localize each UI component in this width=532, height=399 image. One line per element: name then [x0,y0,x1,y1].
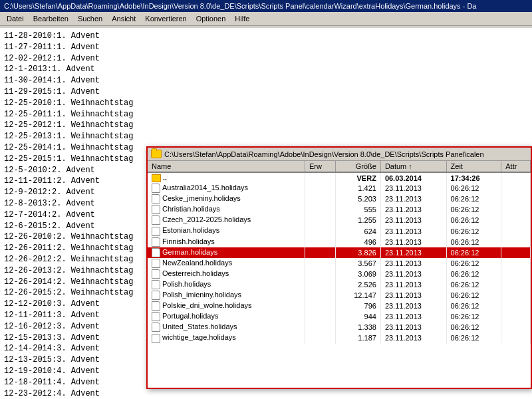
file-ext [305,247,335,258]
file-date: 23.11.2013 [380,215,446,225]
col-erw[interactable]: Erw [305,161,335,172]
file-date: 23.11.2013 [380,322,446,332]
col-datum[interactable]: Datum [380,161,446,172]
file-icon [152,259,160,268]
table-row[interactable]: Polish.holidays2.52623.11.201306:26:12 [148,279,531,290]
file-name-text: Polish_imieniny.holidays [162,291,241,299]
file-name-text: Polskie_dni_wolne.holidays [162,301,252,309]
table-row[interactable]: Australia2014_15.holidays1.42123.11.2013… [148,183,531,194]
file-ext [305,269,335,279]
menu-datei[interactable]: Datei [3,13,28,24]
file-date: 06.03.2014 [380,172,446,183]
table-row[interactable]: Polish_imieniny.holidays12.14723.11.2013… [148,290,531,301]
file-time: 06:26:12 [446,237,501,247]
menu-hilfe[interactable]: Hilfe [231,13,253,24]
file-time: 06:26:12 [446,183,501,194]
file-name-text: Christian.holidays [162,205,220,213]
col-name[interactable]: Name [148,161,305,172]
file-name-cell: Finnish.holidays [148,237,305,247]
address-bar-text: C:\Users\Stefan\AppData\Roaming\Adobe\In… [164,150,484,158]
file-attr [501,237,531,247]
text-line: 11-28-2010:1. Advent [4,31,528,42]
file-date: 23.11.2013 [380,332,446,343]
table-row[interactable]: German.holidays3.82623.11.201306:26:12 [148,247,531,258]
file-name-text: Oesterreich.holidays [162,269,229,277]
file-icon [152,334,160,343]
table-row[interactable]: wichtige_tage.holidays1.18723.11.201306:… [148,332,531,343]
col-attr[interactable]: Attr [501,161,531,172]
file-date: 23.11.2013 [380,269,446,279]
file-name-cell: Portugal.holidays [148,311,305,322]
file-size: 1.421 [336,183,381,194]
file-time: 06:26:12 [446,322,501,332]
file-icon [152,301,160,311]
file-ext [305,225,335,236]
file-name-cell: .. [148,172,305,183]
file-attr [501,279,531,290]
table-row[interactable]: United_States.holidays1.33823.11.201306:… [148,322,531,332]
text-line: 12-23-2012:4. Advent [4,388,528,400]
file-attr [501,215,531,225]
file-size: 5.203 [336,194,381,204]
file-ext [305,311,335,322]
menu-konvertieren[interactable]: Konvertieren [141,13,190,24]
text-line: 12-25-2010:1. Weihnachtstag [4,98,528,109]
file-attr [501,183,531,194]
file-size: 496 [336,237,381,247]
text-line: 11-29-2015:1. Advent [4,86,528,98]
file-ext [305,258,335,269]
table-row[interactable]: Ceske_jmeniny.holidays5.20323.11.201306:… [148,194,531,204]
file-size: 1.255 [336,215,381,225]
col-groesse[interactable]: Größe [336,161,381,172]
file-ext [305,237,335,247]
menu-ansicht[interactable]: Ansicht [108,13,140,24]
file-name-text: wichtige_tage.holidays [162,333,236,341]
file-name-cell: NewZealand.holidays [148,258,305,269]
file-name-cell: Polish_imieniny.holidays [148,290,305,301]
file-list[interactable]: Name Erw Größe Datum Zeit Attr ..VERZ06.… [148,161,531,388]
file-icon [152,269,160,279]
text-line: 11-27-2011:1. Advent [4,42,528,53]
file-attr [501,322,531,332]
table-row[interactable]: Christian.holidays55523.11.201306:26:12 [148,204,531,215]
file-ext [305,301,335,311]
table-row[interactable]: NewZealand.holidays3.56723.11.201306:26:… [148,258,531,269]
file-name-cell: Polskie_dni_wolne.holidays [148,301,305,311]
table-row[interactable]: Estonian.holidays62423.11.201306:26:12 [148,225,531,236]
file-date: 23.11.2013 [380,237,446,247]
file-icon [152,312,160,321]
file-date: 23.11.2013 [380,247,446,258]
file-attr [501,332,531,343]
file-name-cell: Oesterreich.holidays [148,269,305,279]
menu-suchen[interactable]: Suchen [74,13,106,24]
file-name-cell: German.holidays [148,247,305,258]
table-row[interactable]: ..VERZ06.03.201417:34:26 [148,172,531,183]
text-line: 12-25-2013:1. Weihnachtstag [4,131,528,142]
menu-bearbeiten[interactable]: Bearbeiten [29,13,72,24]
text-line: 12-25-2012:1. Weihnachtstag [4,120,528,131]
file-size: 555 [336,204,381,215]
table-row[interactable]: Finnish.holidays49623.11.201306:26:12 [148,237,531,247]
file-name-text: Polish.holidays [162,280,211,288]
file-time: 06:26:12 [446,332,501,343]
file-name-text: Finnish.holidays [162,237,215,245]
menu-bar: Datei Bearbeiten Suchen Ansicht Konverti… [0,12,532,26]
menu-optionen[interactable]: Optionen [192,13,230,24]
file-ext [305,172,335,183]
file-icon [152,205,160,214]
file-date: 23.11.2013 [380,194,446,204]
table-row[interactable]: Polskie_dni_wolne.holidays79623.11.20130… [148,301,531,311]
table-row[interactable]: Czech_2012-2025.holidays1.25523.11.20130… [148,215,531,225]
file-ext [305,322,335,332]
table-row[interactable]: Portugal.holidays94423.11.201306:26:12 [148,311,531,322]
folder-icon [151,150,162,158]
col-zeit[interactable]: Zeit [446,161,501,172]
file-attr [501,311,531,322]
file-size: 12.147 [336,290,381,301]
file-time: 06:26:12 [446,247,501,258]
table-row[interactable]: Oesterreich.holidays3.06923.11.201306:26… [148,269,531,279]
file-name-text: Portugal.holidays [162,312,218,320]
file-icon [152,248,160,257]
file-ext [305,279,335,290]
file-icon [152,184,160,193]
